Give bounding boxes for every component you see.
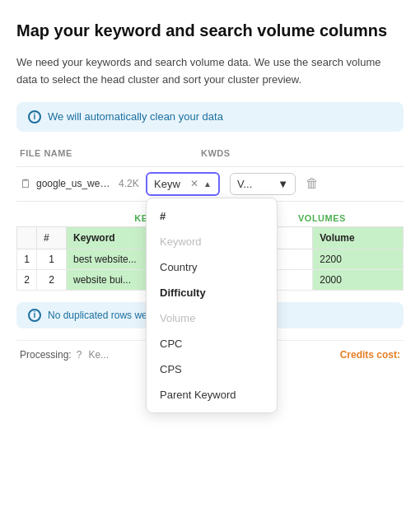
menu-item-hash[interactable]: # — [147, 203, 277, 229]
delete-row-icon[interactable]: 🗑 — [306, 176, 319, 191]
credits-item: Credits cost: — [340, 349, 400, 361]
menu-item-volume[interactable]: Volume — [147, 305, 277, 331]
menu-item-cps[interactable]: CPS — [147, 356, 277, 382]
processing-value: Ke... — [88, 349, 109, 361]
col-label-kwds: KWDS — [201, 148, 231, 158]
keyword-chevron-icon[interactable]: ▲ — [203, 179, 212, 189]
col-header-empty — [17, 226, 37, 249]
processing-label: Processing: — [20, 349, 72, 361]
row-num-1: 1 — [17, 249, 37, 269]
info-icon: i — [28, 110, 41, 123]
menu-item-parent-keyword[interactable]: Parent Keyword — [147, 382, 277, 408]
no-dup-icon: i — [28, 309, 41, 322]
info-banner-text: We will automatically clean your data — [48, 110, 223, 123]
volume-chevron-icon[interactable]: ▼ — [278, 178, 288, 190]
columns-header: FILE NAME KWDS — [16, 148, 404, 158]
volume-dropdown[interactable]: V... ▼ — [230, 173, 296, 195]
volumes-label: VOLUMES — [298, 213, 346, 223]
col-header-hash: # — [37, 226, 67, 249]
menu-item-cpc[interactable]: CPC — [147, 331, 277, 356]
menu-item-keyword[interactable]: Keyword — [147, 229, 277, 254]
row-volume-2: 2000 — [313, 269, 404, 290]
row-num-2: 2 — [17, 269, 37, 290]
menu-item-difficulty[interactable]: Difficulty — [147, 280, 277, 305]
row-hash-1: 1 — [37, 249, 67, 269]
page-title: Map your keyword and search volume colum… — [16, 20, 404, 41]
file-kwds-count: 4.2K — [119, 178, 139, 189]
row-volume-1: 2200 — [313, 249, 404, 269]
processing-item: Processing: ? Ke... — [20, 349, 109, 361]
volume-dropdown-value: V... — [237, 178, 274, 190]
file-icon: 🗒 — [20, 177, 31, 190]
keyword-dropdown-value: Keyw — [154, 178, 185, 190]
info-banner: i We will automatically clean your data — [16, 102, 404, 132]
file-name: google_us_webs... — [36, 178, 110, 189]
credits-label: Credits cost: — [340, 349, 400, 361]
no-dup-text: No duplicated rows were — [48, 310, 156, 321]
keyword-dropdown-btn[interactable]: Keyw ✕ ▲ — [146, 172, 220, 196]
page-description: We need your keywords and search volume … — [16, 54, 404, 89]
col-label-filename: FILE NAME — [20, 148, 152, 158]
col-header-volume: Volume — [313, 226, 404, 249]
file-row: 🗒 google_us_webs... 4.2K Keyw ✕ ▲ # Keyw… — [16, 166, 404, 202]
question-mark-icon[interactable]: ? — [77, 349, 82, 361]
menu-item-country[interactable]: Country — [147, 254, 277, 280]
keyword-clear-icon[interactable]: ✕ — [189, 178, 200, 189]
row-hash-2: 2 — [37, 269, 67, 290]
keyword-dropdown[interactable]: Keyw ✕ ▲ # Keyword Country Difficulty Vo… — [146, 172, 220, 196]
keyword-dropdown-menu: # Keyword Country Difficulty Volume CPC … — [146, 198, 278, 413]
file-info: 🗒 google_us_webs... 4.2K — [20, 177, 139, 190]
